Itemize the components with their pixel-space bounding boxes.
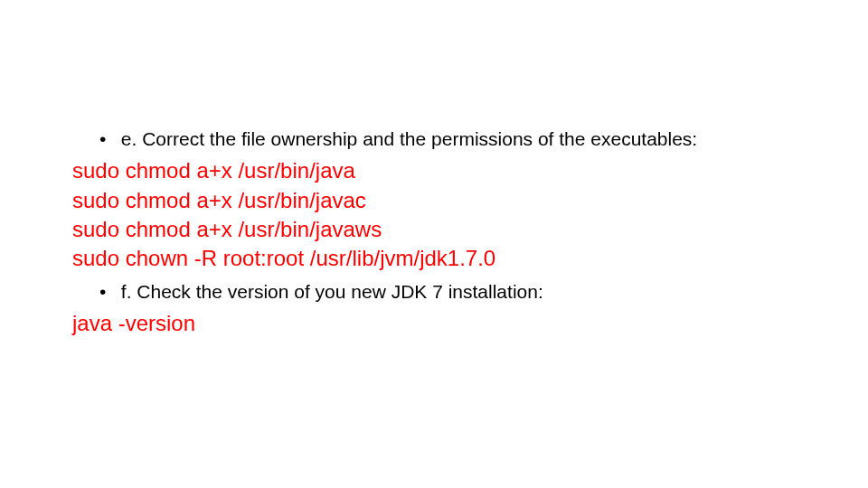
bullet-dot-icon: •: [99, 279, 116, 304]
cmd-line: java -version: [72, 309, 814, 338]
bullet-item-f: • f. Check the version of you new JDK 7 …: [99, 279, 814, 304]
cmd-line: sudo chmod a+x /usr/bin/javac: [72, 186, 814, 215]
bullet-item-e: • e. Correct the file ownership and the …: [99, 127, 814, 151]
slide: • e. Correct the file ownership and the …: [0, 0, 868, 488]
bullet-f-text: f. Check the version of you new JDK 7 in…: [121, 281, 543, 302]
cmd-line: sudo chmod a+x /usr/bin/java: [72, 156, 814, 185]
command-block-e: sudo chmod a+x /usr/bin/java sudo chmod …: [72, 156, 814, 274]
command-block-f: java -version: [72, 309, 814, 338]
bullet-dot-icon: •: [99, 127, 116, 151]
cmd-line: sudo chown -R root:root /usr/lib/jvm/jdk…: [72, 244, 814, 273]
bullet-e-text: e. Correct the file ownership and the pe…: [121, 128, 697, 149]
cmd-line: sudo chmod a+x /usr/bin/javaws: [72, 215, 814, 244]
